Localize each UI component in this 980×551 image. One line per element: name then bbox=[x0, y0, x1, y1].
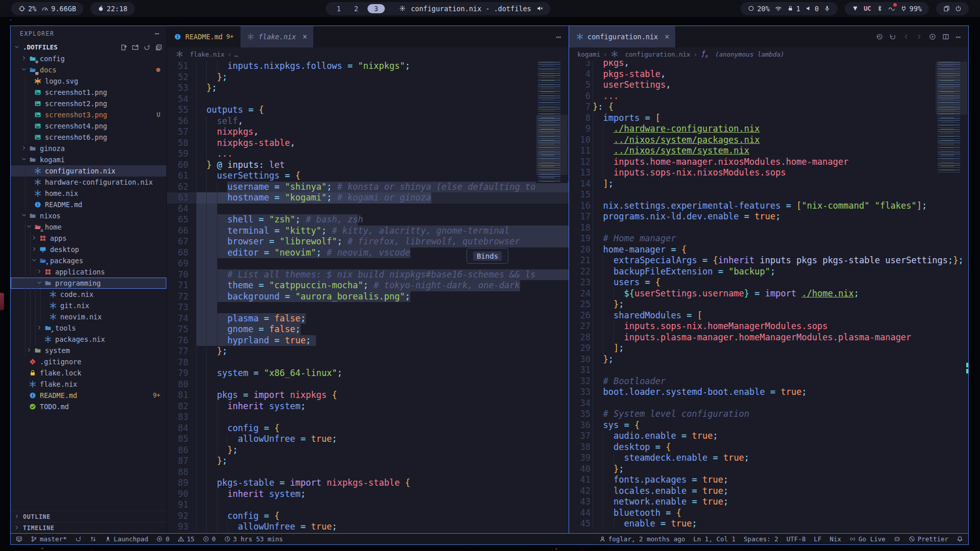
code-line-62[interactable]: 62 username = "shinya"; # konsta or shin… bbox=[167, 182, 569, 193]
code-line-16[interactable]: 16 nix.settings.experimental-features = … bbox=[569, 201, 968, 212]
code-line-19[interactable]: 19 # Home manager bbox=[569, 233, 968, 244]
code-line-29[interactable]: 29 ]; bbox=[569, 343, 968, 354]
more-icon[interactable]: ⋯ bbox=[955, 32, 961, 42]
collapse-all-icon[interactable] bbox=[155, 44, 162, 51]
code-line-31[interactable]: 31 bbox=[569, 365, 968, 376]
close-icon[interactable]: × bbox=[303, 32, 307, 41]
code-line-8[interactable]: 8 imports = [ bbox=[569, 113, 968, 124]
code-line-67[interactable]: 67 browser = "librewolf"; # firefox, lib… bbox=[167, 236, 569, 247]
code-line-6[interactable]: 6 ... bbox=[569, 91, 968, 102]
code-line-37[interactable]: 37 audio.enable = true; bbox=[569, 431, 968, 442]
code-editor[interactable]: 51 inputs.nixpkgs.follows = "nixpkgs";52… bbox=[167, 61, 569, 533]
tree-item-home[interactable]: ⌂home bbox=[11, 221, 166, 233]
code-line-72[interactable]: 72 background = "aurora_borealis.png"; bbox=[167, 291, 569, 303]
code-line-75[interactable]: 75 gnome = false; bbox=[167, 324, 569, 335]
code-line-77[interactable]: 77 }; bbox=[167, 346, 569, 357]
code-line-18[interactable]: 18 bbox=[569, 222, 968, 234]
code-line-44[interactable]: 44 bluetooth = { bbox=[569, 508, 968, 519]
run-icon[interactable] bbox=[929, 33, 936, 40]
waybar-module-clock-module[interactable]: 22:18 bbox=[90, 2, 135, 15]
waybar-module-power-group[interactable] bbox=[936, 2, 969, 15]
tree-item-home-nix[interactable]: home.nix bbox=[11, 188, 166, 199]
sidebar-section-timeline[interactable]: TIMELINE bbox=[11, 522, 166, 533]
code-line-59[interactable]: 59 ... bbox=[167, 148, 569, 160]
code-line-88[interactable]: 88 bbox=[167, 467, 569, 478]
status-item-cursor-position[interactable]: Ln 1, Col 1 bbox=[693, 535, 736, 543]
status-item-eol[interactable]: LF bbox=[814, 535, 821, 543]
refresh-icon[interactable] bbox=[143, 44, 151, 51]
tree-item-kogami[interactable]: kogami bbox=[11, 154, 166, 165]
code-line-7[interactable]: 7}: { bbox=[569, 102, 968, 113]
code-line-27[interactable]: 27 inputs.sops-nix.homeManagerModules.so… bbox=[569, 321, 968, 332]
code-line-39[interactable]: 39 steamdeck.enable = true; bbox=[569, 453, 968, 464]
status-item-remote-indicator[interactable] bbox=[16, 536, 22, 542]
code-editor[interactable]: 3 pkgs,4 pkgs-stable,5 userSettings,6 ..… bbox=[569, 61, 968, 533]
tree-item-neovim-nix[interactable]: neovim.nix bbox=[11, 311, 166, 322]
code-line-22[interactable]: 22 backupFileExtension = "backup"; bbox=[569, 266, 968, 278]
code-line-57[interactable]: 57 nixpkgs, bbox=[167, 127, 569, 138]
tree-item-config[interactable]: ⚙config bbox=[11, 53, 166, 64]
tree-item-programming[interactable]: programming bbox=[11, 278, 166, 289]
code-line-12[interactable]: 12 inputs.home-manager.nixosModules.home… bbox=[569, 157, 968, 168]
views-more-icon[interactable]: ⋯ bbox=[155, 29, 159, 38]
code-line-84[interactable]: 84 config = { bbox=[167, 423, 569, 434]
tree-item-packages[interactable]: ↑packages bbox=[11, 255, 166, 266]
code-line-70[interactable]: 70 # List all themes: $ nix build nixpkg… bbox=[167, 269, 569, 281]
status-item-copilot[interactable] bbox=[894, 536, 900, 542]
tree-item-applications[interactable]: applications bbox=[11, 266, 166, 278]
code-line-82[interactable]: 82 inherit system; bbox=[167, 401, 569, 412]
split-editor-icon[interactable] bbox=[942, 33, 949, 40]
code-line-90[interactable]: 90 inherit system; bbox=[167, 489, 569, 500]
code-line-5[interactable]: 5 userSettings, bbox=[569, 80, 968, 91]
code-line-86[interactable]: 86 }; bbox=[167, 445, 569, 456]
tab-flake-nix[interactable]: flake.nix× bbox=[240, 26, 314, 47]
status-item-encoding[interactable]: UTF-8 bbox=[787, 535, 806, 543]
code-line-56[interactable]: 56 self, bbox=[167, 116, 569, 127]
code-line-17[interactable]: 17 programs.nix-ld.dev.enable = true; bbox=[569, 211, 968, 222]
code-line-89[interactable]: 89 pkgs-stable = import nixpkgs-stable { bbox=[167, 478, 569, 489]
tree-item-code-nix[interactable]: code.nix bbox=[11, 289, 166, 300]
code-line-20[interactable]: 20 home-manager = { bbox=[569, 244, 968, 256]
status-item-language-mode[interactable]: Nix bbox=[830, 535, 842, 543]
status-item-git-sync[interactable] bbox=[75, 536, 82, 542]
tree-item-screenshot1-png[interactable]: screenshot1.png bbox=[11, 87, 166, 98]
code-line-73[interactable]: 73 bbox=[167, 302, 569, 313]
code-line-85[interactable]: 85 allowUnfree = true; bbox=[167, 434, 569, 445]
code-line-66[interactable]: 66 terminal = "kitty"; # kitty, alacritt… bbox=[167, 226, 569, 237]
tree-item-packages-nix[interactable]: packages.nix bbox=[11, 334, 166, 345]
tree-item-screenshot4-png[interactable]: screenshot4.png bbox=[11, 120, 166, 132]
code-line-87[interactable]: 87 }; bbox=[167, 456, 569, 467]
code-line-60[interactable]: 60 } @ inputs: let bbox=[167, 160, 569, 171]
tree-item-tools[interactable]: ↗tools bbox=[11, 322, 166, 334]
tree-item-configuration-nix[interactable]: configuration.nix bbox=[11, 165, 166, 177]
tree-item-apps[interactable]: apps bbox=[11, 233, 166, 244]
code-line-63[interactable]: 63 hostname = "kogami"; # kogami or gino… bbox=[167, 192, 569, 204]
tab-configuration-nix[interactable]: configuration.nix× bbox=[569, 26, 676, 47]
workspace-3[interactable]: 3 bbox=[368, 4, 385, 13]
code-line-36[interactable]: 36 sys = { bbox=[569, 420, 968, 431]
waybar-module-system-stats[interactable]: 2%9.66GB bbox=[11, 2, 83, 15]
code-line-54[interactable]: 54 bbox=[167, 94, 569, 105]
code-line-55[interactable]: 55 outputs = { bbox=[167, 105, 569, 116]
tree-item-readme-md[interactable]: README.md bbox=[11, 199, 166, 210]
tree-item-git-nix[interactable]: git.nix bbox=[11, 300, 166, 311]
code-line-25[interactable]: 25 }; bbox=[569, 299, 968, 310]
code-line-65[interactable]: 65 shell = "zsh"; # bash, zsh bbox=[167, 214, 569, 226]
minimap[interactable] bbox=[536, 62, 568, 183]
code-line-91[interactable]: 91 bbox=[167, 499, 569, 511]
tree-item-flake-nix[interactable]: flake.nix bbox=[11, 379, 166, 390]
discard-icon[interactable] bbox=[889, 33, 896, 40]
code-line-24[interactable]: 24 ${userSettings.username} = import ./h… bbox=[569, 288, 968, 299]
code-line-3[interactable]: 3 pkgs, bbox=[569, 61, 968, 69]
history-icon[interactable] bbox=[876, 33, 883, 40]
status-item-prettier[interactable]: Prettier bbox=[909, 535, 948, 543]
tree-item-hardware-configuration-nix[interactable]: hardware-configuration.nix bbox=[11, 177, 166, 188]
tray-app-icon[interactable]: UC bbox=[864, 5, 871, 12]
new-file-icon[interactable] bbox=[120, 44, 127, 51]
code-line-92[interactable]: 92 config = { bbox=[167, 511, 569, 522]
status-item-time-tracker[interactable]: 3 hrs 53 mins bbox=[224, 535, 283, 543]
code-line-38[interactable]: 38 desktop = { bbox=[569, 442, 968, 453]
code-line-32[interactable]: 32 # Bootloader bbox=[569, 376, 968, 387]
code-line-42[interactable]: 42 locales.enable = true; bbox=[569, 486, 968, 497]
tree-item-nixos[interactable]: nixos bbox=[11, 210, 166, 221]
